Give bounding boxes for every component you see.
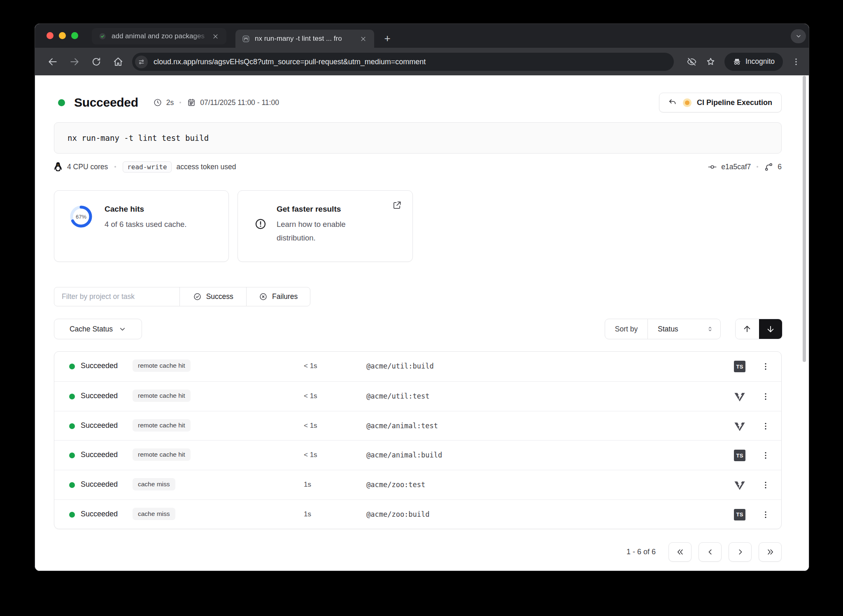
task-name-link[interactable]: @acme/animal:build xyxy=(366,451,442,459)
forward-button[interactable] xyxy=(69,56,80,67)
table-row[interactable]: Succeeded cache miss 1s @acme/zoo:build … xyxy=(54,499,781,529)
browser-toolbar: cloud.nx.app/runs/agsvEHsQc8?utm_source=… xyxy=(35,48,809,75)
incognito-label: Incognito xyxy=(745,57,775,66)
cache-status-badge: remote cache hit xyxy=(133,419,191,432)
cache-status-badge: remote cache hit xyxy=(133,359,191,372)
cache-hits-subtitle: 4 of 6 tasks used cache. xyxy=(105,217,187,231)
home-button[interactable] xyxy=(113,56,123,67)
row-menu-button[interactable] xyxy=(759,360,772,373)
task-duration: 1s xyxy=(304,481,311,489)
task-name-link[interactable]: @acme/util:test xyxy=(366,392,430,400)
success-status-dot-icon xyxy=(69,453,75,458)
cache-hit-donut-chart: 67% xyxy=(69,205,93,229)
task-name-link[interactable]: @acme/util:build xyxy=(366,362,434,370)
run-meta-row: 4 CPU cores read-write access token used… xyxy=(54,159,782,174)
arrow-down-icon xyxy=(766,324,775,334)
maximize-window-button[interactable] xyxy=(71,32,78,39)
row-menu-button[interactable] xyxy=(759,508,772,521)
sort-ascending-button[interactable] xyxy=(736,319,759,339)
failures-filter-button[interactable]: Failures xyxy=(246,287,310,306)
browser-tab-pull-request[interactable]: add animal and zoo packages xyxy=(92,28,226,44)
row-menu-button[interactable] xyxy=(759,478,772,492)
pipeline-button-label: CI Pipeline Execution xyxy=(697,98,772,107)
row-menu-button[interactable] xyxy=(759,449,772,462)
get-faster-results-card[interactable]: Get faster results Learn how to enable d… xyxy=(238,190,413,262)
browser-window: add animal and zoo packages nx run-many … xyxy=(35,23,809,571)
new-tab-button[interactable]: + xyxy=(382,33,393,44)
dot-separator xyxy=(757,166,758,168)
info-exclamation-icon xyxy=(254,218,267,230)
browser-tab-strip: add animal and zoo packages nx run-many … xyxy=(35,24,809,48)
task-status-label: Succeeded xyxy=(81,480,118,489)
table-row[interactable]: Succeeded remote cache hit < 1s @acme/ut… xyxy=(54,352,781,381)
success-filter-label: Success xyxy=(206,292,233,301)
sort-direction-toggle xyxy=(735,319,782,339)
table-row[interactable]: Succeeded remote cache hit < 1s @acme/an… xyxy=(54,411,781,441)
pr-status-icon xyxy=(98,32,107,40)
tab-title: nx run-many -t lint test ... fro xyxy=(255,35,358,43)
site-settings-icon[interactable] xyxy=(135,56,148,68)
close-tab-icon[interactable] xyxy=(358,33,368,44)
cache-status-badge: cache miss xyxy=(133,508,175,520)
table-row[interactable]: Succeeded remote cache hit < 1s @acme/an… xyxy=(54,440,781,470)
row-menu-button[interactable] xyxy=(759,390,772,403)
success-filter-button[interactable]: Success xyxy=(179,287,246,306)
minimize-window-button[interactable] xyxy=(59,32,66,39)
close-window-button[interactable] xyxy=(47,32,54,39)
eye-off-icon[interactable] xyxy=(687,56,697,67)
external-link-icon[interactable] xyxy=(392,201,402,210)
access-token-badge: read-write xyxy=(123,161,171,173)
tab-title: add animal and zoo packages xyxy=(112,32,210,40)
task-name-link[interactable]: @acme/animal:test xyxy=(366,422,438,430)
next-page-button[interactable] xyxy=(729,542,752,562)
incognito-icon xyxy=(733,57,741,66)
url-text: cloud.nx.app/runs/agsvEHsQc8?utm_source=… xyxy=(154,58,426,66)
browser-menu-button[interactable] xyxy=(792,56,801,67)
first-page-button[interactable] xyxy=(668,542,692,562)
arrow-up-icon xyxy=(743,324,752,334)
cache-status-badge: remote cache hit xyxy=(133,448,191,461)
kebab-menu-icon xyxy=(761,481,770,490)
branch-count[interactable]: 6 xyxy=(778,163,782,171)
reload-button[interactable] xyxy=(91,56,102,67)
dot-separator xyxy=(114,166,116,168)
tab-search-chevron-button[interactable] xyxy=(791,29,806,43)
address-bar[interactable]: cloud.nx.app/runs/agsvEHsQc8?utm_source=… xyxy=(132,53,674,71)
filter-input[interactable] xyxy=(54,292,179,301)
task-status-label: Succeeded xyxy=(81,362,118,370)
window-controls xyxy=(47,32,78,39)
vitest-icon xyxy=(734,391,745,402)
task-name-link[interactable]: @acme/zoo:test xyxy=(366,481,425,489)
cache-status-dropdown[interactable]: Cache Status xyxy=(54,319,142,339)
chevrons-up-down-icon xyxy=(706,325,714,333)
success-status-dot-icon xyxy=(69,482,75,488)
run-status-title: Succeeded xyxy=(74,96,138,110)
task-duration: < 1s xyxy=(304,422,317,430)
run-duration: 2s xyxy=(166,98,174,107)
cache-hits-title: Cache hits xyxy=(105,205,187,214)
table-row[interactable]: Succeeded remote cache hit < 1s @acme/ut… xyxy=(54,381,781,411)
ci-pipeline-execution-button[interactable]: CI Pipeline Execution xyxy=(659,93,782,112)
table-row[interactable]: Succeeded cache miss 1s @acme/zoo:test xyxy=(54,470,781,499)
browser-tab-nx-run[interactable]: nx run-many -t lint test ... fro xyxy=(235,30,374,48)
page-scrollbar[interactable] xyxy=(803,76,806,362)
typescript-icon: TS xyxy=(734,361,745,372)
nx-cloud-run-page: Succeeded 2s 07/11/2025 11:00 - 11:00 CI… xyxy=(35,75,809,571)
commit-sha[interactable]: e1a5caf7 xyxy=(721,163,751,171)
task-status-label: Succeeded xyxy=(81,450,118,459)
task-name-link[interactable]: @acme/zoo:build xyxy=(366,510,430,518)
sort-descending-button[interactable] xyxy=(759,319,782,339)
close-tab-icon[interactable] xyxy=(210,31,221,42)
commit-icon xyxy=(708,162,717,172)
cache-status-label: Cache Status xyxy=(70,325,113,334)
pagination: 1 - 6 of 6 xyxy=(626,542,782,562)
sort-field-select[interactable]: Status xyxy=(648,319,720,339)
last-page-button[interactable] xyxy=(759,542,782,562)
task-duration: < 1s xyxy=(304,362,317,370)
bookmark-star-icon[interactable] xyxy=(706,56,716,67)
incognito-badge: Incognito xyxy=(724,53,783,71)
task-duration: < 1s xyxy=(304,392,317,400)
row-menu-button[interactable] xyxy=(759,420,772,433)
previous-page-button[interactable] xyxy=(699,542,722,562)
back-button[interactable] xyxy=(47,56,58,67)
